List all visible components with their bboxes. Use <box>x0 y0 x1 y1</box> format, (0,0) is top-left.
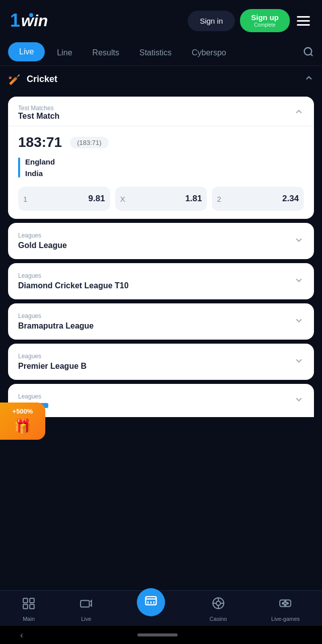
league-card-header-premier: Leagues Premier League B <box>8 344 314 380</box>
svg-rect-5 <box>30 604 34 609</box>
logo-number: 1 <box>10 10 20 31</box>
collapse-sport-icon[interactable] <box>304 73 314 86</box>
system-bar: ‹ <box>0 626 322 644</box>
livegames-label: Live-games <box>271 616 300 622</box>
home-indicator[interactable] <box>137 633 178 636</box>
svg-rect-3 <box>30 598 34 603</box>
bottom-nav-main[interactable]: Main <box>22 597 35 622</box>
svg-point-20 <box>285 601 286 602</box>
league-info-gold: Leagues Gold League <box>18 232 67 250</box>
league-category-diamond: Leagues <box>18 272 129 279</box>
casino-icon <box>212 597 225 613</box>
tab-results[interactable]: Results <box>85 41 127 65</box>
signup-sublabel: Complete <box>254 22 276 28</box>
collapse-match-icon[interactable] <box>294 107 304 119</box>
league-category-brama: Leagues <box>18 312 94 319</box>
match-category: Test Matches <box>18 105 59 112</box>
team-name-2: India <box>25 168 55 179</box>
league-info-brama: Leagues Bramaputra League <box>18 312 94 331</box>
search-icon[interactable] <box>303 46 314 60</box>
odds-btn-2[interactable]: 2 2.34 <box>212 187 304 211</box>
tab-cybersport[interactable]: Cyberspo <box>184 41 234 65</box>
promo-float[interactable]: +500% 🎁 <box>0 403 45 440</box>
teams: England India <box>18 156 304 179</box>
league-card-premier: Leagues Premier League B <box>8 344 314 380</box>
odds-label-1: 1 <box>23 195 27 203</box>
svg-point-0 <box>304 48 312 55</box>
league-card-brama: Leagues Bramaputra League <box>8 303 314 340</box>
league-name-brama: Bramaputra League <box>18 321 94 331</box>
header-buttons: Sign in Sign up Complete <box>188 9 312 32</box>
livegames-icon <box>279 597 292 613</box>
logo-dot <box>29 13 33 17</box>
svg-rect-6 <box>80 601 89 607</box>
svg-rect-2 <box>23 598 28 603</box>
league-category-premier: Leagues <box>18 353 87 360</box>
bottom-nav: Main Live <box>0 590 322 626</box>
expand-gold-icon[interactable] <box>294 235 304 248</box>
bottom-nav-casino[interactable]: Casino <box>210 597 227 622</box>
signup-label: Sign up <box>251 13 279 22</box>
svg-rect-4 <box>23 604 28 609</box>
content-area: 🏏 Cricket Test Matches Test Match 183:71 <box>0 66 322 498</box>
tab-line[interactable]: Line <box>49 41 80 65</box>
main-label: Main <box>23 616 35 622</box>
odds-btn-1[interactable]: 1 9.81 <box>18 187 110 211</box>
team-names: England India <box>25 156 55 179</box>
score-main: 183:71 <box>18 134 62 150</box>
nav-tabs: Live Line Results Statistics Cyberspo <box>0 41 322 66</box>
sport-title: 🏏 Cricket <box>8 73 57 86</box>
svg-point-13 <box>216 601 220 606</box>
league-category-gold: Leagues <box>18 232 67 239</box>
league-card-gold: Leagues Gold League <box>8 223 314 259</box>
league-card-header-gold: Leagues Gold League <box>8 223 314 259</box>
odds-value-1: 9.81 <box>89 194 105 204</box>
expand-premier-icon[interactable] <box>294 356 304 368</box>
match-card-header: Test Matches Test Match <box>8 97 314 126</box>
expand-diamond-icon[interactable] <box>294 275 304 288</box>
odds-value-2: 2.34 <box>282 194 299 204</box>
cricket-icon: 🏏 <box>8 73 21 86</box>
hamburger-line <box>297 24 310 26</box>
match-name: Test Match <box>18 112 59 121</box>
league-name-diamond: Diamond Cricket League T10 <box>18 281 129 290</box>
header: 1 win Sign in Sign up Complete <box>0 0 322 41</box>
logo: 1 win <box>10 10 48 31</box>
odds-label-2: 2 <box>217 195 221 203</box>
bottom-nav-live[interactable]: Live <box>79 597 93 622</box>
team-name-1: England <box>25 156 55 167</box>
test-match-card: Test Matches Test Match 183:71 (183:71) … <box>8 97 314 219</box>
signin-button[interactable]: Sign in <box>188 11 235 31</box>
odds-row: 1 9.81 X 1.81 2 2.34 <box>18 187 304 211</box>
odds-value-x: 1.81 <box>185 194 202 204</box>
score-badge: (183:71) <box>70 137 108 148</box>
live-nav-icon <box>79 597 93 613</box>
league-card-header-diamond: Leagues Diamond Cricket League T10 <box>8 263 314 299</box>
tab-statistics[interactable]: Statistics <box>131 41 180 65</box>
match-info: Test Matches Test Match <box>18 105 59 121</box>
back-button[interactable]: ‹ <box>20 630 23 640</box>
bets-icon-wrap <box>137 588 165 616</box>
league-card-partial: Leagues <box>8 384 314 417</box>
hamburger-line <box>297 20 310 22</box>
odds-btn-x[interactable]: X 1.81 <box>115 187 207 211</box>
league-category-partial: Leagues <box>18 393 48 400</box>
promo-percent: +500% <box>13 408 33 415</box>
bottom-nav-livegames[interactable]: Live-games <box>271 597 300 622</box>
svg-point-22 <box>287 602 288 604</box>
promo-gift-icon: 🎁 <box>14 418 32 435</box>
tab-live[interactable]: Live <box>8 42 45 61</box>
signup-button[interactable]: Sign up Complete <box>240 9 290 32</box>
match-body: 183:71 (183:71) England India 1 9.81 X 1… <box>8 126 314 219</box>
league-name-gold: Gold League <box>18 241 67 250</box>
live-nav-label: Live <box>81 616 91 622</box>
odds-label-x: X <box>120 195 125 203</box>
expand-brama-icon[interactable] <box>294 315 304 328</box>
bets-icon <box>144 594 158 611</box>
menu-button[interactable] <box>295 14 312 28</box>
logo-text: win <box>21 12 48 30</box>
expand-partial-icon[interactable] <box>294 394 304 407</box>
svg-line-1 <box>310 54 312 56</box>
bottom-nav-bets[interactable] <box>137 599 165 619</box>
match-score: 183:71 (183:71) <box>18 134 304 150</box>
